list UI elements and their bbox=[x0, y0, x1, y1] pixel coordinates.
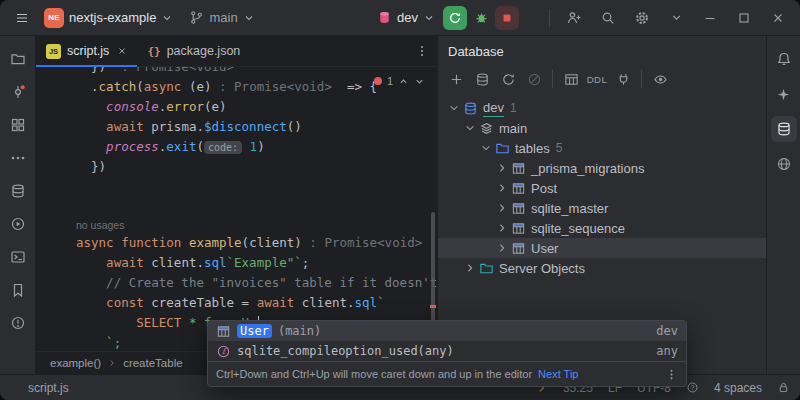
code-line: await client.sql`Example"`; bbox=[76, 253, 437, 273]
db-tree-item-sqlite-master[interactable]: sqlite_master bbox=[438, 198, 766, 218]
ddl-icon[interactable]: DDL bbox=[587, 69, 607, 89]
completion-item-user[interactable]: User (main) dev bbox=[208, 321, 686, 341]
chevron-down-icon[interactable] bbox=[478, 140, 494, 156]
db-tree-item-dev[interactable]: dev1 bbox=[438, 98, 766, 118]
branch-selector[interactable]: main bbox=[183, 7, 260, 28]
close-button[interactable] bbox=[766, 6, 790, 30]
db-tree-item-main[interactable]: main bbox=[438, 118, 766, 138]
lock-icon[interactable] bbox=[777, 381, 790, 394]
problems-tool-icon[interactable] bbox=[5, 310, 31, 336]
folder-icon bbox=[494, 140, 510, 156]
db-tree-item-tables[interactable]: tables5 bbox=[438, 138, 766, 158]
ai-assistant-icon[interactable] bbox=[771, 81, 797, 107]
editor-tabbar: JS script.js {} package.json bbox=[36, 36, 437, 67]
left-tool-rail bbox=[0, 36, 36, 374]
table-icon bbox=[510, 200, 526, 216]
error-indicator-icon bbox=[374, 77, 382, 85]
chevron-right-icon[interactable] bbox=[494, 180, 510, 196]
chevron-right-icon[interactable] bbox=[494, 240, 510, 256]
table-icon bbox=[216, 324, 231, 339]
disconnect-plug-icon[interactable] bbox=[613, 69, 633, 89]
database-panel-header: Database bbox=[438, 36, 766, 66]
chevron-down-icon bbox=[423, 12, 435, 24]
more-tool-windows-icon[interactable] bbox=[5, 145, 31, 171]
services-tool-icon[interactable] bbox=[5, 211, 31, 237]
db-tree-item-server-objects[interactable]: Server Objects bbox=[438, 258, 766, 278]
project-selector[interactable]: NE nextjs-example bbox=[38, 5, 179, 31]
bookmarks-tool-icon[interactable] bbox=[5, 277, 31, 303]
tab-options-kebab-icon[interactable] bbox=[415, 36, 437, 66]
view-options-eye-icon[interactable] bbox=[650, 69, 670, 89]
code-line bbox=[76, 177, 437, 197]
chevron-right-icon[interactable] bbox=[494, 220, 510, 236]
schema-icon bbox=[478, 120, 494, 136]
chevron-down-icon[interactable] bbox=[664, 6, 688, 30]
completion-detail: (main) bbox=[278, 324, 321, 338]
run-config-selector[interactable]: dev bbox=[371, 7, 441, 28]
chevron-down-icon[interactable] bbox=[446, 100, 462, 116]
completion-options-kebab-icon[interactable] bbox=[665, 368, 678, 381]
minimize-button[interactable] bbox=[698, 6, 722, 30]
db-tree-item-sqlite-sequence[interactable]: sqlite_sequence bbox=[438, 218, 766, 238]
refresh-icon[interactable] bbox=[498, 69, 518, 89]
error-count: 1 bbox=[387, 75, 393, 87]
tab-label: script.js bbox=[67, 44, 109, 58]
project-tool-icon[interactable] bbox=[5, 46, 31, 72]
main-menu-icon[interactable] bbox=[10, 6, 34, 30]
breadcrumb-variable[interactable]: createTable bbox=[123, 357, 182, 369]
endpoints-globe-icon[interactable] bbox=[771, 151, 797, 177]
indent-setting[interactable]: 4 spaces bbox=[714, 381, 762, 395]
editor-scrollbar[interactable] bbox=[431, 212, 435, 332]
chevron-right-icon[interactable] bbox=[462, 260, 478, 276]
commit-tool-icon[interactable] bbox=[5, 79, 31, 105]
toolbar-separator bbox=[549, 9, 550, 27]
chevron-down-icon bbox=[161, 12, 173, 24]
project-name: nextjs-example bbox=[69, 10, 156, 25]
chevron-right-icon[interactable] bbox=[494, 200, 510, 216]
db-tree-item-user[interactable]: User bbox=[438, 238, 766, 258]
next-problem-icon[interactable] bbox=[414, 76, 425, 87]
terminal-tool-icon[interactable] bbox=[5, 244, 31, 270]
open-table-icon[interactable] bbox=[561, 69, 581, 89]
code-line: // Create the "invoices" table if it doe… bbox=[76, 273, 437, 293]
maximize-button[interactable] bbox=[732, 6, 756, 30]
code-with-me-icon[interactable] bbox=[562, 6, 586, 30]
chevron-down-icon[interactable] bbox=[462, 120, 478, 136]
tree-item-label: User bbox=[531, 241, 558, 256]
settings-gear-icon[interactable] bbox=[630, 6, 654, 30]
cancel-icon[interactable] bbox=[524, 69, 544, 89]
code-line bbox=[76, 197, 437, 217]
search-icon[interactable] bbox=[596, 6, 620, 30]
chevron-right-icon[interactable] bbox=[494, 160, 510, 176]
tree-item-label: _prisma_migrations bbox=[531, 161, 644, 176]
close-tab-icon[interactable] bbox=[117, 46, 127, 56]
completion-footer: Ctrl+Down and Ctrl+Up will move caret do… bbox=[208, 361, 686, 386]
add-datasource-icon[interactable] bbox=[446, 69, 466, 89]
error-stripe-mark[interactable] bbox=[430, 305, 436, 308]
usages-hint: no usages bbox=[76, 217, 437, 233]
tab-script-js[interactable]: JS script.js bbox=[36, 36, 137, 66]
breadcrumb-function[interactable]: example() bbox=[50, 357, 101, 369]
debug-button[interactable] bbox=[469, 6, 493, 30]
inspection-widget[interactable]: 1 bbox=[374, 75, 425, 87]
next-tip-link[interactable]: Next Tip bbox=[538, 368, 578, 380]
code-editor[interactable]: }) : Promise<void> .catch(async (e) : Pr… bbox=[36, 67, 437, 351]
run-config-name: dev bbox=[397, 10, 418, 25]
notifications-bell-icon[interactable] bbox=[771, 46, 797, 72]
database-tool-icon[interactable] bbox=[771, 116, 797, 142]
datasource-properties-icon[interactable] bbox=[472, 69, 492, 89]
statusbar-file[interactable]: script.js bbox=[28, 381, 69, 395]
prev-problem-icon[interactable] bbox=[398, 76, 409, 87]
db-tree-item-post[interactable]: Post bbox=[438, 178, 766, 198]
structure-tool-icon[interactable] bbox=[5, 112, 31, 138]
tree-item-badge: 5 bbox=[556, 141, 563, 155]
db-tree-item--prisma-migrations[interactable]: _prisma_migrations bbox=[438, 158, 766, 178]
tree-item-label: sqlite_sequence bbox=[531, 221, 625, 236]
rerun-button[interactable] bbox=[443, 6, 467, 30]
tab-package-json[interactable]: {} package.json bbox=[137, 36, 250, 66]
completion-popup: User (main) dev f sqlite_compileoption_u… bbox=[207, 320, 687, 387]
database-tool-icon[interactable] bbox=[5, 178, 31, 204]
question-icon[interactable]: ? bbox=[686, 381, 699, 394]
stop-button[interactable] bbox=[495, 6, 519, 30]
completion-item-sqlite-compileoption-used[interactable]: f sqlite_compileoption_used(any) any bbox=[208, 341, 686, 361]
